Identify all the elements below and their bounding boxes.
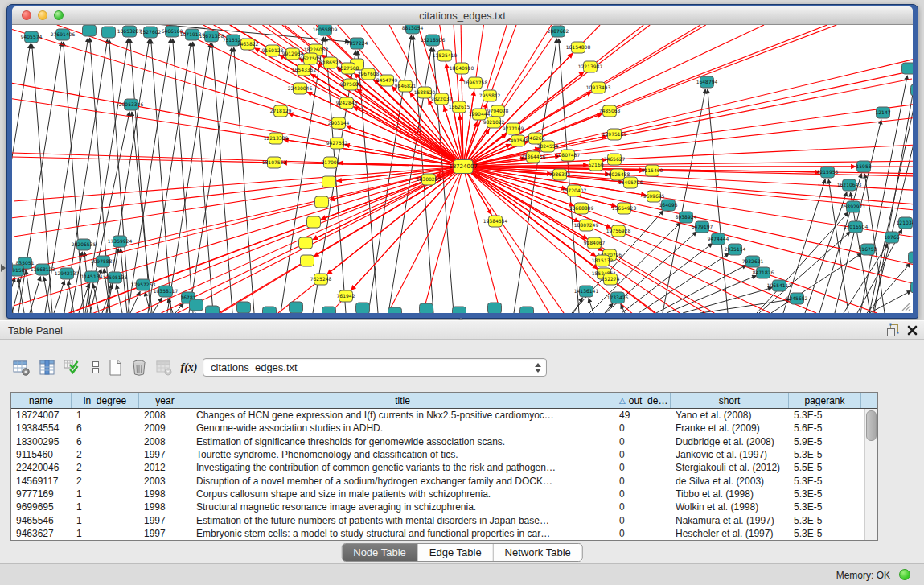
graph-node[interactable]: 9627505	[300, 53, 322, 64]
graph-node[interactable]	[356, 303, 370, 313]
graph-node[interactable]: 9245652	[786, 293, 808, 304]
select-all-check-icon[interactable]	[62, 357, 83, 378]
graph-node[interactable]: 9115460	[642, 165, 663, 176]
tab-node-table[interactable]: Node Table	[342, 544, 418, 561]
graph-node[interactable]: 9405574	[21, 31, 43, 43]
graph-node[interactable]: 27691406	[51, 29, 76, 40]
memory-status-indicator[interactable]	[899, 569, 910, 580]
graph-node[interactable]: 16961758	[463, 77, 488, 89]
graph-node[interactable]: 15892971	[841, 201, 866, 212]
function-builder-icon[interactable]: f(x)	[179, 357, 199, 378]
row-height-icon[interactable]	[85, 357, 106, 378]
network-canvas[interactable]: 9405574276914061065328715276026466160107…	[12, 25, 913, 313]
graph-node[interactable]	[299, 237, 313, 249]
float-panel-icon[interactable]	[886, 323, 899, 336]
graph-node[interactable]	[263, 307, 277, 313]
graph-node[interactable]: 1648794	[696, 76, 718, 88]
table-row[interactable]: 1830029562008Estimation of significance …	[11, 435, 877, 448]
graph-node[interactable]	[322, 176, 336, 187]
graph-node[interactable]	[301, 255, 314, 266]
graph-node[interactable]: 2935114	[725, 244, 746, 255]
graph-node[interactable]: 2087682	[548, 26, 569, 37]
graph-node[interactable]: 917006	[322, 157, 340, 168]
graph-node[interactable]: 7857224	[347, 38, 368, 49]
close-panel-icon[interactable]	[907, 325, 918, 336]
graph-node[interactable]: 1733426	[607, 292, 629, 303]
graph-node[interactable]: 252274	[602, 274, 620, 285]
graph-node[interactable]	[102, 27, 116, 38]
graph-node[interactable]: 15720407	[562, 185, 587, 196]
graph-node[interactable]: 10653287	[117, 26, 142, 37]
column-header-name[interactable]: name	[11, 393, 72, 408]
tab-edge-table[interactable]: Edge Table	[418, 544, 494, 561]
table-row[interactable]: 1456911722003Disruption of a novel membe…	[11, 474, 877, 487]
graph-node[interactable]	[388, 307, 402, 313]
graph-node[interactable]: 16055809	[313, 25, 338, 35]
graph-node[interactable]: 8471876	[753, 267, 774, 278]
graph-node[interactable]: 15654923	[612, 203, 637, 214]
graph-node[interactable]: 116753	[859, 244, 877, 255]
graph-node[interactable]	[520, 307, 534, 313]
table-row[interactable]: 946362711997Embryonic stem cells: a mode…	[11, 527, 877, 540]
graph-node[interactable]: 10973493	[586, 82, 611, 93]
graph-node[interactable]	[206, 306, 220, 313]
graph-node[interactable]	[12, 262, 13, 273]
graph-node[interactable]: 121034	[897, 217, 913, 229]
graph-node[interactable]: 1815132	[592, 255, 614, 266]
graph-node[interactable]: 1527602	[140, 27, 162, 38]
graph-node[interactable]: 9146821	[395, 80, 417, 92]
graph-node[interactable]: 10975887	[91, 256, 116, 267]
show-columns-icon[interactable]	[37, 357, 58, 378]
graph-node[interactable]: 15495796	[618, 177, 643, 188]
sidebar-collapse-handle[interactable]	[1, 264, 6, 272]
graph-node[interactable]: 16543352	[292, 64, 317, 76]
table-settings-icon[interactable]	[11, 357, 32, 378]
column-header-out_degree[interactable]: △out_de…	[614, 393, 671, 408]
graph-node[interactable]: 7485063	[599, 105, 621, 117]
graph-node[interactable]: 1145134	[81, 271, 103, 282]
graph-node[interactable]: 10654112	[767, 280, 792, 291]
graph-node[interactable]: 15958	[856, 161, 871, 172]
graph-node[interactable]: 7465627	[604, 154, 626, 165]
graph-node[interactable]: 1362615	[449, 101, 470, 113]
graph-node[interactable]: 9794078	[487, 105, 509, 117]
graph-node[interactable]: 761942	[337, 290, 355, 302]
graph-node[interactable]: 18107552	[262, 157, 287, 168]
table-selector-dropdown[interactable]: citations_edges.txt	[203, 358, 547, 377]
import-table-icon[interactable]	[154, 357, 175, 378]
network-graph[interactable]: 9405574276914061065328715276026466160107…	[12, 25, 913, 313]
graph-node[interactable]: 12213987	[578, 61, 603, 72]
graph-node[interactable]: 12213389	[264, 133, 289, 144]
table-row[interactable]: 977716911998Corpus callosum shape and si…	[11, 488, 877, 501]
graph-node[interactable]: 18640910	[450, 63, 474, 74]
graph-node[interactable]: 9474444	[708, 233, 729, 245]
graph-node[interactable]: 12147	[875, 107, 890, 118]
graph-node[interactable]: 2718129	[270, 105, 292, 117]
graph-node[interactable]: 12942737	[55, 268, 80, 279]
graph-node[interactable]	[322, 307, 336, 313]
graph-node[interactable]	[83, 25, 97, 36]
resize-grip-icon[interactable]	[898, 299, 911, 311]
graph-node[interactable]: 16671358	[199, 31, 224, 42]
graph-node[interactable]: 8215955	[817, 167, 839, 178]
graph-node[interactable]: 9427552	[326, 138, 348, 149]
table-row[interactable]: 1938455462009Genome-wide association stu…	[11, 422, 877, 435]
table-row[interactable]: 2242004622012Investigating the contribut…	[11, 461, 877, 474]
column-header-in_degree[interactable]: in_degree	[72, 393, 139, 408]
graph-node[interactable]: 8938924	[676, 212, 697, 223]
graph-node[interactable]	[911, 282, 914, 293]
graph-node[interactable]	[911, 84, 914, 96]
column-header-title[interactable]: title	[191, 393, 614, 408]
graph-node[interactable]: 9527508	[338, 63, 359, 74]
table-row[interactable]: 1872400712008Changes of HCN gene express…	[11, 409, 877, 422]
graph-node[interactable]: 164095	[659, 200, 678, 211]
graph-node[interactable]	[307, 216, 321, 228]
graph-node[interactable]: 10807487	[556, 150, 581, 161]
graph-node[interactable]	[190, 299, 203, 311]
graph-node[interactable]: 7625248	[310, 274, 332, 285]
graph-node[interactable]: 2903144	[328, 117, 350, 129]
graph-node[interactable]: 10358117	[154, 286, 179, 297]
graph-node[interactable]: 9322037	[431, 93, 453, 105]
graph-node[interactable]: 10766	[884, 232, 899, 243]
column-header-short[interactable]: short	[671, 393, 789, 408]
